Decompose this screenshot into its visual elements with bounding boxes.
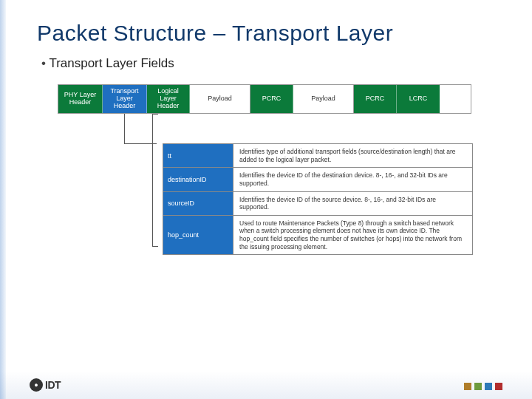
seg-payload-1: Payload [190,85,250,113]
slide-footer: ● IDT [0,371,532,399]
field-desc-hopcount: Used to route Maintenance Packets (Type … [233,216,473,255]
logo-text: IDT [45,379,61,391]
seg-pcrc-1: PCRC [250,85,293,113]
connector-vertical [124,114,125,143]
field-name-hopcount: hop_count [163,216,233,255]
connector-lines [58,114,471,143]
idt-logo: ● IDT [30,378,61,392]
seg-payload-2: Payload [293,85,354,113]
field-row-hopcount: hop_count Used to route Maintenance Pack… [163,215,473,256]
field-row-destinationid: destinationID Identifies the device ID o… [163,167,473,191]
field-desc-sourceid: Identifies the device ID of the source d… [233,192,473,215]
connector-bracket [152,114,158,247]
field-row-tt: tt Identifies type of additional transpo… [163,143,473,167]
field-name-tt: tt [163,144,233,167]
field-desc-tt: Identifies type of additional transport … [233,144,473,167]
logo-badge-icon: ● [30,378,43,392]
seg-lcrc: LCRC [397,85,440,113]
field-desc-destinationid: Identifies the device ID of the destinat… [233,168,473,191]
square-icon-4 [495,383,502,390]
field-row-sourceid: sourceID Identifies the device ID of the… [163,191,473,215]
footer-squares [464,383,502,390]
seg-phy-layer-header: PHY Layer Header [58,85,103,113]
packet-diagram: PHY Layer Header Transport Layer Header … [58,84,471,255]
seg-logical-layer-header: Logical Layer Header [147,85,190,113]
field-name-destinationid: destinationID [163,168,233,191]
seg-transport-layer-header: Transport Layer Header [103,85,147,113]
packet-structure-row: PHY Layer Header Transport Layer Header … [58,84,471,114]
field-name-sourceid: sourceID [163,192,233,215]
square-icon-1 [464,383,471,390]
seg-pcrc-2: PCRC [354,85,397,113]
field-table: tt Identifies type of additional transpo… [163,143,473,255]
slide-content: Packet Structure – Transport Layer Trans… [0,0,532,399]
bullet-transport-layer-fields: Transport Layer Fields [41,56,502,71]
square-icon-3 [485,383,492,390]
slide-title: Packet Structure – Transport Layer [37,21,502,46]
square-icon-2 [474,383,482,390]
